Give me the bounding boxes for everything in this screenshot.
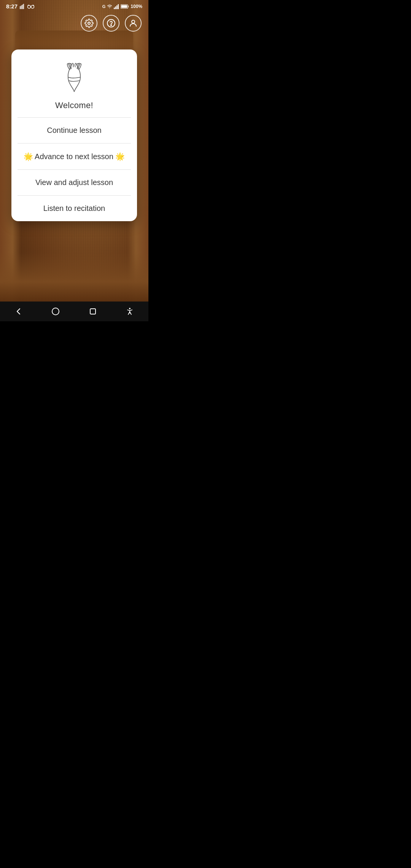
home-button[interactable] [47, 303, 64, 320]
svg-rect-8 [116, 5, 118, 9]
cell-signal-icon [114, 4, 119, 9]
svg-point-15 [132, 20, 135, 23]
continue-lesson-button[interactable]: Continue lesson [11, 118, 137, 143]
svg-point-14 [111, 25, 112, 26]
view-adjust-lesson-button[interactable]: View and adjust lesson [11, 170, 137, 195]
back-arrow-icon [14, 307, 23, 316]
battery-icon [121, 4, 129, 9]
svg-rect-2 [22, 5, 23, 9]
square-icon [89, 308, 96, 315]
back-button[interactable] [10, 303, 27, 320]
svg-rect-3 [23, 4, 24, 9]
person-icon [129, 19, 138, 28]
signal-icon [20, 4, 25, 9]
profile-button[interactable] [125, 15, 142, 32]
svg-rect-6 [114, 8, 115, 9]
status-bar: 8:27 G [0, 0, 148, 11]
accessibility-icon [126, 307, 134, 316]
accessibility-button[interactable] [121, 303, 138, 320]
card-top: Welcome! [11, 49, 137, 117]
main-card-wrapper: Welcome! Continue lesson 🌟 Advance to ne… [11, 49, 137, 221]
continue-lesson-label: Continue lesson [47, 126, 101, 135]
svg-rect-7 [115, 6, 116, 9]
svg-rect-1 [21, 5, 22, 9]
namaste-icon [57, 60, 91, 94]
home-circle-icon [51, 307, 60, 316]
stone-bottom [0, 252, 148, 302]
gear-icon [84, 19, 94, 28]
svg-point-12 [88, 22, 90, 24]
status-time: 8:27 [6, 3, 18, 10]
help-button[interactable] [103, 15, 119, 32]
svg-rect-0 [20, 6, 21, 9]
nav-bar [0, 302, 148, 321]
listen-recitation-button[interactable]: Listen to recitation [11, 196, 137, 221]
svg-rect-9 [118, 4, 119, 9]
advance-lesson-label: 🌟 Advance to next lesson 🌟 [24, 152, 125, 161]
wifi-icon [107, 4, 112, 9]
svg-point-18 [129, 308, 131, 310]
status-icons-right: G 100% [102, 4, 142, 9]
svg-point-16 [52, 308, 59, 315]
welcome-text: Welcome! [55, 101, 93, 110]
network-type-icon: G [102, 4, 106, 9]
view-adjust-lesson-label: View and adjust lesson [35, 178, 113, 187]
header-icons [0, 11, 148, 35]
advance-lesson-button[interactable]: 🌟 Advance to next lesson 🌟 [11, 144, 137, 169]
help-circle-icon [107, 19, 116, 28]
recents-button[interactable] [84, 303, 101, 320]
settings-button[interactable] [81, 15, 97, 32]
main-card: Welcome! Continue lesson 🌟 Advance to ne… [11, 49, 137, 221]
svg-rect-11 [121, 5, 127, 8]
battery-percentage: 100% [131, 4, 142, 9]
svg-rect-17 [90, 309, 96, 314]
listen-recitation-label: Listen to recitation [43, 204, 105, 213]
incognito-icon [27, 4, 34, 9]
